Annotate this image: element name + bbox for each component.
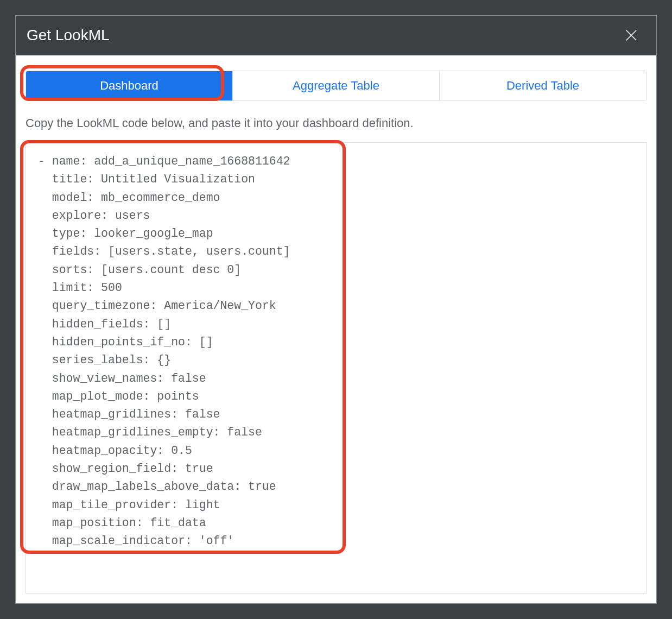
modal-title: Get LookML [27, 27, 110, 44]
modal-body: Dashboard Aggregate Table Derived Table … [16, 55, 656, 603]
tab-dashboard[interactable]: Dashboard [26, 71, 233, 100]
tabs: Dashboard Aggregate Table Derived Table [26, 71, 646, 101]
tab-derived-table[interactable]: Derived Table [440, 71, 646, 100]
modal-header: Get LookML [16, 16, 656, 55]
code-container [26, 142, 646, 593]
lookml-code-area[interactable] [26, 142, 646, 593]
instruction-text: Copy the LookML code below, and paste it… [26, 116, 646, 130]
get-lookml-modal: Get LookML Dashboard Aggregate Table Der… [15, 15, 657, 604]
close-button[interactable] [622, 26, 641, 45]
tab-aggregate-table[interactable]: Aggregate Table [233, 71, 440, 100]
close-icon [624, 28, 639, 43]
tabs-wrapper: Dashboard Aggregate Table Derived Table [26, 71, 646, 101]
